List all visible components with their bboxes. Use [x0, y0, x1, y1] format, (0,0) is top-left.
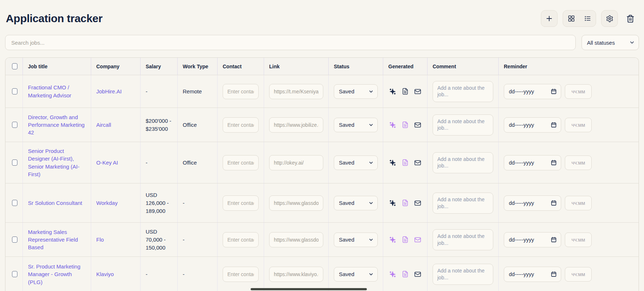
add-job-button[interactable] [541, 10, 558, 27]
row-checkbox[interactable] [12, 237, 17, 243]
column-header-reminder: Reminder [499, 58, 639, 75]
delete-button[interactable] [623, 10, 637, 27]
job-title-link[interactable]: Fractional CMO / Marketing Advisor [28, 84, 86, 99]
status-select[interactable]: Saved [334, 118, 378, 132]
calendar-icon [551, 200, 557, 206]
settings-button[interactable] [601, 10, 618, 27]
generate-email-icon[interactable] [414, 159, 421, 166]
contact-input[interactable] [223, 117, 259, 133]
row-select-cell [5, 223, 23, 256]
comment-cell [428, 183, 499, 222]
horizontal-scrollbar-thumb[interactable] [251, 288, 367, 290]
link-input[interactable] [269, 267, 323, 282]
link-input[interactable] [269, 232, 323, 247]
row-checkbox[interactable] [12, 200, 17, 206]
date-placeholder-text: dd-----yyyy [509, 271, 534, 277]
row-checkbox[interactable] [12, 88, 17, 94]
status-select[interactable]: Saved [334, 233, 378, 247]
job-title-link[interactable]: Sr. Product Marketing Manager - Growth (… [28, 263, 86, 286]
contact-input[interactable] [223, 232, 259, 247]
generate-email-icon[interactable] [414, 88, 421, 95]
row-select-cell [5, 108, 23, 142]
company-link[interactable]: Aircall [96, 121, 111, 129]
company-cell: Flo [91, 223, 141, 256]
contact-input[interactable] [223, 155, 259, 170]
status-select[interactable]: Saved [334, 267, 378, 282]
reminder-time-input[interactable]: чч:мм [565, 155, 592, 170]
comment-textarea[interactable] [433, 114, 493, 136]
company-link[interactable]: O-Key AI [96, 159, 118, 166]
company-link[interactable]: JobHire.AI [96, 88, 122, 95]
link-input[interactable] [269, 195, 323, 211]
comment-cell [428, 142, 499, 183]
generate-email-icon[interactable] [414, 121, 421, 129]
generate-sparkles-icon[interactable] [389, 88, 396, 95]
reminder-time-input[interactable]: чч:мм [565, 233, 592, 247]
link-input[interactable] [269, 84, 323, 99]
generate-sparkles-icon[interactable] [389, 236, 396, 243]
reminder-time-input[interactable]: чч:мм [565, 118, 592, 132]
table-row: Sr. Product Marketing Manager - Growth (… [5, 256, 639, 291]
generate-sparkles-icon[interactable] [389, 159, 396, 166]
company-link[interactable]: Workday [96, 199, 118, 207]
salary-cell: - [141, 75, 178, 108]
status-select[interactable]: Saved [334, 196, 378, 210]
link-input[interactable] [269, 117, 323, 133]
reminder-time-input[interactable]: чч:мм [565, 267, 592, 282]
company-cell: O-Key AI [91, 142, 141, 183]
generate-document-icon[interactable] [402, 236, 409, 243]
generate-email-icon[interactable] [414, 271, 421, 278]
generate-email-icon[interactable] [414, 236, 421, 243]
company-link[interactable]: Klaviyo [96, 270, 114, 278]
link-input[interactable] [269, 155, 323, 170]
job-title-link[interactable]: Director, Growth and Performance Marketi… [28, 113, 86, 137]
reminder-date-input[interactable]: dd-----yyyy [504, 267, 561, 282]
comment-cell [428, 257, 499, 291]
reminder-date-input[interactable]: dd-----yyyy [504, 232, 561, 247]
row-checkbox[interactable] [12, 159, 17, 166]
generate-sparkles-icon[interactable] [389, 271, 396, 278]
contact-input[interactable] [223, 267, 259, 282]
search-input[interactable] [5, 35, 576, 50]
generate-document-icon[interactable] [402, 88, 409, 95]
generate-email-icon[interactable] [414, 199, 421, 207]
view-toggle [563, 10, 596, 27]
generate-document-icon[interactable] [402, 199, 409, 206]
job-title-cell: Marketing Sales Representative Field Bas… [23, 223, 91, 256]
job-title-link[interactable]: Sr Solution Consultant [28, 199, 82, 207]
table-row: Senior Product Designer (AI-First), Seni… [5, 142, 639, 183]
select-all-checkbox[interactable] [12, 63, 17, 69]
row-checkbox[interactable] [12, 122, 17, 128]
job-title-link[interactable]: Marketing Sales Representative Field Bas… [28, 228, 86, 251]
comment-textarea[interactable] [433, 229, 493, 250]
generate-sparkles-icon[interactable] [389, 199, 396, 207]
status-select[interactable]: Saved [334, 155, 378, 170]
contact-input[interactable] [223, 84, 259, 99]
contact-input[interactable] [223, 195, 259, 211]
job-title-link[interactable]: Senior Product Designer (AI-First), Seni… [28, 147, 86, 178]
status-cell: Saved [329, 142, 383, 183]
reminder-date-input[interactable]: dd-----yyyy [504, 117, 561, 133]
status-filter-select[interactable]: All statuses [582, 35, 639, 50]
reminder-time-input[interactable]: чч:мм [565, 196, 592, 210]
status-select[interactable]: Saved [334, 84, 378, 99]
row-checkbox[interactable] [12, 271, 17, 277]
generate-document-icon[interactable] [402, 121, 409, 128]
reminder-cell: dd-----yyyy чч:мм [499, 223, 639, 256]
comment-textarea[interactable] [433, 152, 493, 173]
generate-sparkles-icon[interactable] [389, 121, 396, 129]
reminder-date-input[interactable]: dd-----yyyy [504, 195, 561, 211]
calendar-icon [551, 122, 557, 128]
comment-textarea[interactable] [433, 193, 493, 214]
comment-textarea[interactable] [433, 264, 493, 285]
generate-document-icon[interactable] [402, 271, 409, 278]
grid-view-button[interactable] [563, 11, 579, 27]
generate-document-icon[interactable] [402, 159, 409, 166]
reminder-time-input[interactable]: чч:мм [565, 84, 592, 99]
company-link[interactable]: Flo [96, 236, 104, 243]
date-placeholder-text: dd-----yyyy [509, 237, 534, 243]
reminder-date-input[interactable]: dd-----yyyy [504, 155, 561, 170]
comment-textarea[interactable] [433, 81, 493, 102]
reminder-date-input[interactable]: dd-----yyyy [504, 84, 561, 99]
list-view-button[interactable] [579, 11, 596, 27]
